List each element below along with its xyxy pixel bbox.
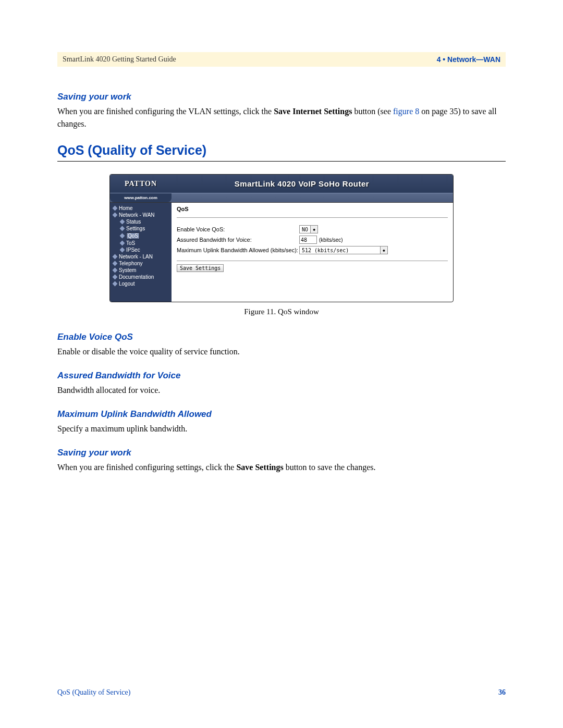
nav-item-settings[interactable]: Settings [110, 225, 172, 232]
diamond-icon [120, 226, 125, 231]
nav-label: QoS [126, 232, 140, 239]
router-title: SmartLink 4020 VoIP SoHo Router [172, 179, 453, 188]
diamond-icon [113, 206, 118, 211]
diamond-icon [120, 233, 125, 239]
nav-label: Settings [126, 226, 145, 231]
nav-label: Logout [119, 281, 135, 287]
text: button (see [352, 107, 393, 116]
paragraph-saving-2: When you are finished configuring settin… [57, 461, 506, 474]
nav-item-telephony[interactable]: Telephony [110, 260, 172, 267]
figure-container: PATTON SmartLink 4020 VoIP SoHo Router w… [57, 174, 506, 327]
nav-item-logout[interactable]: Logout [110, 280, 172, 287]
save-settings-button[interactable]: Save Settings [177, 264, 224, 272]
header-bar: SmartLink 4020 Getting Started Guide 4 •… [57, 52, 506, 67]
input-assured-bw[interactable] [299, 236, 317, 244]
figure-link[interactable]: figure 8 [393, 107, 419, 116]
figure-caption: Figure 11. QoS window [244, 307, 319, 316]
subheading-saving-2: Saving your work [57, 448, 506, 458]
heading-rule [57, 161, 506, 162]
nav-label: Home [119, 205, 133, 211]
form-row-max: Maximum Uplink Bandwidth Allowed (kbits/… [177, 246, 448, 254]
nav-label: System [119, 267, 136, 273]
sidebar-nav: HomeNetwork - WANStatusSettingsQoSToSIPS… [110, 203, 172, 302]
nav-item-status[interactable]: Status [110, 218, 172, 225]
nav-item-home[interactable]: Home [110, 205, 172, 212]
subheading-max: Maximum Uplink Bandwidth Allowed [57, 409, 506, 419]
subheading-assured: Assured Bandwidth for Voice [57, 371, 506, 381]
diamond-icon [120, 219, 125, 225]
header-section: 4 • Network—WAN [437, 55, 500, 64]
paragraph-assured: Bandwidth allocated for voice. [57, 384, 506, 397]
unit-assured: (kbits/sec) [319, 237, 343, 243]
nav-item-system[interactable]: System [110, 267, 172, 274]
text: When you are finished configuring the VL… [57, 107, 274, 116]
paragraph-max: Specify a maximum uplink bandwidth. [57, 423, 506, 435]
nav-item-ipsec[interactable]: IPSec [110, 246, 172, 253]
diamond-icon [113, 254, 118, 260]
select-arrows-icon: ◆ [310, 226, 317, 233]
nav-label: Network - LAN [119, 254, 153, 260]
paragraph-saving-1: When you are finished configuring the VL… [57, 105, 506, 130]
footer-page-number: 36 [498, 688, 506, 697]
nav-label: Network - WAN [119, 212, 155, 218]
text: button to save the changes. [284, 463, 376, 472]
nav-label: Documentation [119, 274, 154, 280]
nav-item-network-lan[interactable]: Network - LAN [110, 253, 172, 260]
bold-text: Save Internet Settings [274, 107, 352, 116]
header-doc-title: SmartLink 4020 Getting Started Guide [63, 55, 176, 64]
select-enable-qos[interactable]: NO ◆ [299, 225, 318, 233]
subheading-saving-1: Saving your work [57, 92, 506, 102]
heading-qos: QoS (Quality of Service) [57, 143, 506, 158]
diamond-icon [113, 281, 118, 287]
select-arrows-icon: ◆ [380, 246, 387, 254]
select-value: NO [300, 227, 310, 232]
qos-window-screenshot: PATTON SmartLink 4020 VoIP SoHo Router w… [109, 174, 454, 302]
text: When you are finished configuring settin… [57, 463, 236, 472]
page-footer: QoS (Quality of Service) 36 [57, 688, 506, 697]
label-assured-bw: Assured Bandwidth for Voice: [177, 237, 299, 243]
nav-label: IPSec [126, 247, 140, 253]
nav-item-documentation[interactable]: Documentation [110, 274, 172, 280]
label-enable-qos: Enable Voice QoS: [177, 226, 299, 232]
brand-logo: PATTON [110, 180, 172, 188]
select-max-uplink[interactable]: 512 (kbits/sec) ◆ [299, 246, 388, 254]
diamond-icon [113, 261, 118, 266]
form-row-enable: Enable Voice QoS: NO ◆ [177, 225, 448, 233]
nav-item-qos[interactable]: QoS [110, 232, 172, 240]
form-row-assured: Assured Bandwidth for Voice: (kbits/sec) [177, 236, 448, 244]
diamond-icon [113, 275, 118, 280]
select-value: 512 (kbits/sec) [300, 248, 351, 253]
diamond-icon [113, 268, 118, 273]
paragraph-enable: Enable or disable the voice quality of s… [57, 346, 506, 358]
content-panel: QoS Enable Voice QoS: NO ◆ Assured Bandw… [172, 203, 453, 302]
router-banner: PATTON SmartLink 4020 VoIP SoHo Router [110, 175, 453, 193]
subheading-enable: Enable Voice QoS [57, 332, 506, 342]
brand-url[interactable]: www.patton.com [110, 193, 172, 202]
diamond-icon [120, 248, 125, 253]
diamond-icon [120, 241, 125, 246]
nav-item-network-wan[interactable]: Network - WAN [110, 212, 172, 218]
sub-banner: www.patton.com [110, 193, 453, 203]
nav-item-tos[interactable]: ToS [110, 240, 172, 246]
nav-label: Telephony [119, 261, 143, 266]
bold-text: Save Settings [236, 463, 283, 472]
panel-title: QoS [177, 206, 448, 212]
diamond-icon [113, 213, 118, 218]
label-max-uplink: Maximum Uplink Bandwidth Allowed (kbits/… [177, 247, 299, 253]
footer-section-name: QoS (Quality of Service) [57, 688, 130, 697]
nav-label: ToS [126, 240, 135, 246]
nav-label: Status [126, 219, 141, 225]
